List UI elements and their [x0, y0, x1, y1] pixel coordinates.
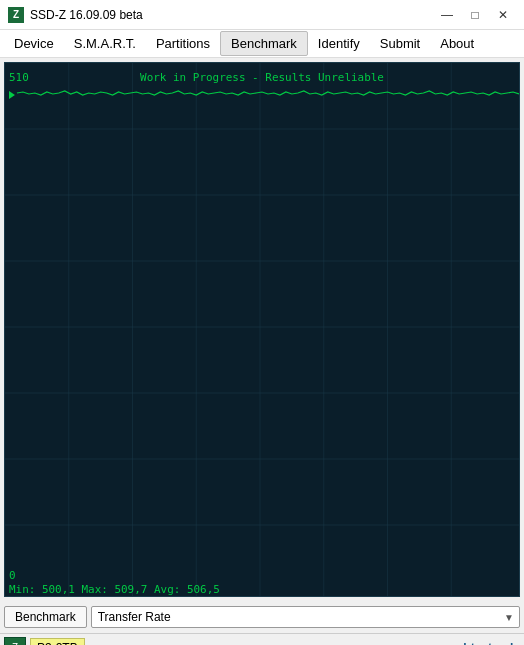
- svg-text:510: 510: [9, 71, 29, 84]
- title-text: SSD-Z 16.09.09 beta: [30, 8, 143, 22]
- title-bar: Z SSD-Z 16.09.09 beta — □ ✕: [0, 0, 524, 30]
- benchmark-chart: 510 Work in Progress - Results Unreliabl…: [5, 63, 519, 596]
- chart-area: 510 Work in Progress - Results Unreliabl…: [4, 62, 520, 597]
- svg-text:Min: 500,1  Max: 509,7  Avg: 5: Min: 500,1 Max: 509,7 Avg: 506,5: [9, 583, 220, 596]
- close-button[interactable]: ✕: [490, 5, 516, 25]
- menu-benchmark[interactable]: Benchmark: [220, 31, 308, 56]
- title-bar-left: Z SSD-Z 16.09.09 beta: [8, 7, 143, 23]
- menu-device[interactable]: Device: [4, 32, 64, 55]
- menu-submit[interactable]: Submit: [370, 32, 430, 55]
- menu-bar: Device S.M.A.R.T. Partitions Benchmark I…: [0, 30, 524, 58]
- status-bar: Z P3-2TB www.ssd-tester.de: [0, 633, 524, 645]
- maximize-button[interactable]: □: [462, 5, 488, 25]
- transfer-rate-select[interactable]: Transfer Rate: [91, 606, 520, 628]
- menu-about[interactable]: About: [430, 32, 484, 55]
- app-icon: Z: [8, 7, 24, 23]
- menu-partitions[interactable]: Partitions: [146, 32, 220, 55]
- svg-rect-0: [5, 63, 519, 596]
- status-drive-name: P3-2TB: [30, 638, 85, 646]
- svg-text:0: 0: [9, 569, 16, 582]
- menu-smart[interactable]: S.M.A.R.T.: [64, 32, 146, 55]
- minimize-button[interactable]: —: [434, 5, 460, 25]
- bottom-controls: Benchmark Transfer Rate ▼: [0, 601, 524, 633]
- status-app-icon: Z: [4, 637, 26, 646]
- title-controls: — □ ✕: [434, 5, 516, 25]
- svg-text:Work in Progress - Results Unr: Work in Progress - Results Unreliable: [140, 71, 384, 84]
- select-wrapper: Transfer Rate ▼: [91, 606, 520, 628]
- benchmark-button[interactable]: Benchmark: [4, 606, 87, 628]
- status-url: www.ssd-tester.de: [415, 641, 520, 646]
- menu-identify[interactable]: Identify: [308, 32, 370, 55]
